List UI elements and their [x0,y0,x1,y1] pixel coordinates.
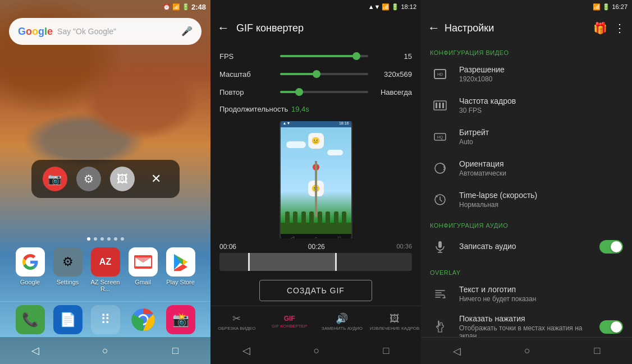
gallery-overlay-btn[interactable]: 🖼 [110,167,135,191]
camera-dock-icon[interactable]: 📸 [166,305,195,334]
svg-rect-8 [439,103,441,108]
settings-text-logo[interactable]: Текст и логотип Ничего не будет показан [421,278,632,310]
s2-back-btn[interactable]: ← [217,21,230,35]
status-bar-3: 📶 🔋 16:27 [421,0,632,13]
recents-btn-3[interactable]: □ [594,345,600,357]
phone-dock-icon[interactable]: 📞 [16,305,45,334]
status-bar-2: ▲▼ 📶 🔋 18:12 [210,0,421,13]
orientation-subtitle: Автоматически [459,169,623,177]
audio-icon: 🔊 [336,312,348,325]
app-playstore[interactable]: Play Store [164,247,198,292]
settings-record-audio[interactable]: Записать аудио [421,231,632,262]
pole [315,161,317,217]
timelapse-text: Time-lapse (скорость) Нормальная [459,191,623,209]
camera-overlay-btn[interactable]: 📷 [43,167,67,191]
home-btn-1[interactable]: ○ [92,337,119,364]
app-settings[interactable]: ⚙ Settings [51,247,85,292]
chrome-dock-icon[interactable] [129,305,158,334]
dot-2 [94,237,97,241]
nav-bar-1: ◁ ○ □ [0,337,210,364]
fps-label: FPS [219,52,276,61]
google-logo: Google [18,26,53,38]
timeline-track[interactable] [219,253,412,271]
app-google[interactable]: Google [13,247,47,292]
record-audio-control[interactable] [599,240,623,254]
repeat-value: Навсегда [373,88,412,96]
tab-audio[interactable]: 🔊 ЗАМЕНИТЬ АУДИО [316,312,369,331]
cactus-row [281,211,351,223]
google-label: Google [20,279,40,285]
home-btn-2[interactable]: ○ [314,345,320,357]
battery-icon: 🔋 [182,3,190,11]
settings-resolution[interactable]: HD Разрешение 1920x1080 [421,58,632,90]
record-audio-toggle[interactable] [599,240,623,254]
settings-show-touches[interactable]: Показать нажатия Отображать точки в мест… [421,310,632,337]
tab-trim[interactable]: ✂ ОБРЕЗКА ВИДЕО [210,312,263,331]
bitrate-title: Битрейт [459,128,623,137]
search-bar[interactable]: Google Say "Ok Google" 🎤 [9,18,201,45]
timeline-marker-right[interactable] [335,253,337,271]
resolution-subtitle: 1920x1080 [459,75,623,83]
orientation-title: Ориентация [459,159,623,168]
timelapse-subtitle: Нормальная [459,201,623,209]
show-touches-control[interactable] [599,320,623,334]
framerate-icon [430,95,450,116]
recents-btn-2[interactable]: □ [383,345,390,357]
settings-orientation[interactable]: Ориентация Автоматически [421,153,632,184]
timeline-marker-left[interactable] [248,253,250,271]
back-btn-1[interactable]: ◁ [22,337,49,364]
cloud1 [286,141,306,148]
svg-text:HQ: HQ [437,135,443,140]
home-btn-3[interactable]: ○ [524,345,530,357]
playstore-app-icon [166,247,195,277]
settings-scroll[interactable]: КОНФИГУРАЦИЯ ВИДЕО HD Разрешение 1920x10… [421,43,632,337]
dot-3 [100,237,104,241]
settings-bitrate[interactable]: HQ Битрейт Auto [421,121,632,153]
settings-overlay-btn[interactable]: ⚙ [76,167,101,191]
close-overlay-btn[interactable]: ✕ [144,167,168,191]
back-btn-3[interactable]: ◁ [453,345,461,357]
tab-frames[interactable]: 🖼 ИЗВЛЕЧЕНИЕ КАДРОВ [368,313,421,331]
scale-slider[interactable] [280,73,368,75]
s2-controls: FPS 15 Масштаб 320x569 Повтор [210,43,421,121]
svg-rect-9 [442,103,444,108]
s2-battery: 🔋 [391,3,399,11]
s2-signal: ▲▼ [368,3,381,10]
bitrate-subtitle: Auto [459,138,623,146]
more-options-icon[interactable]: ⋮ [614,21,625,35]
cactus-2 [293,211,297,223]
mic-icon[interactable]: 🎤 [181,26,193,37]
tab-gif[interactable]: GIF GIF КОНВЕРТЕР [263,315,316,329]
repeat-slider[interactable] [280,91,368,93]
marshmallow-top [308,133,324,149]
overlay-buttons: 📷 ⚙ 🖼 ✕ [31,160,180,198]
apps-dock-icon[interactable]: ⠿ [91,305,120,334]
app-gmail[interactable]: Gmail [126,247,160,292]
record-audio-text: Записать аудио [459,242,590,252]
s2-bottom-tabs: ✂ ОБРЕЗКА ВИДЕО GIF GIF КОНВЕРТЕР 🔊 ЗАМЕ… [210,306,421,337]
fps-slider[interactable] [280,55,368,57]
app-azscreen[interactable]: AZ AZ Screen R... [89,247,122,292]
settings-framerate[interactable]: Частота кадров 30 FPS [421,90,632,121]
show-touches-subtitle: Отображать точки в местах нажатия на экр… [459,324,590,337]
bitrate-text: Битрейт Auto [459,128,623,146]
search-hint[interactable]: Say "Ok Google" [57,27,177,36]
scale-label: Масштаб [219,70,276,79]
docs-dock-icon[interactable]: 📄 [53,305,83,334]
s2-title: GIF конвертер [236,22,304,34]
back-btn-2[interactable]: ◁ [242,344,250,357]
settings-timelapse[interactable]: Time-lapse (скорость) Нормальная [421,184,632,215]
framerate-subtitle: 30 FPS [459,107,623,114]
s3-back-btn[interactable]: ← [428,21,440,35]
recents-btn-1[interactable]: □ [162,337,189,364]
s2-wifi: 📶 [382,3,390,11]
gift-icon[interactable]: 🎁 [593,21,607,35]
google-app-icon [16,247,45,277]
phone-preview: ▲▼18:16 [280,121,352,238]
timeline-range [248,253,335,271]
touch-icon [430,317,450,337]
cactus-3 [301,211,306,223]
create-gif-button[interactable]: СОЗДАТЬ GIF [259,280,372,301]
gmail-label: Gmail [135,279,151,285]
show-touches-toggle[interactable] [599,320,623,334]
